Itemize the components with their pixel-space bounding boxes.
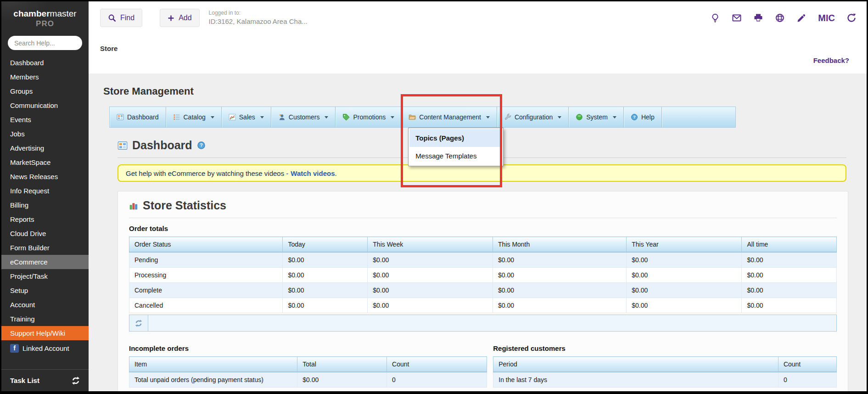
sales-chart-icon <box>229 113 236 121</box>
chevron-down-icon <box>613 116 616 118</box>
registered-customers-table: Period Count In the last 7 days 0 <box>493 356 837 388</box>
cell: $0.00 <box>627 283 742 298</box>
sidebar-item-support-help-wiki[interactable]: Support Help/Wiki <box>1 326 89 340</box>
menu-item-message-templates[interactable]: Message Templates <box>409 147 502 165</box>
registered-customers-block: Registered customers Period Count In the… <box>493 343 837 388</box>
chevron-down-icon <box>325 116 328 118</box>
search-help-input[interactable] <box>8 36 82 50</box>
column-header: Period <box>493 357 778 372</box>
add-label: Add <box>179 14 191 22</box>
tab-configuration[interactable]: Configuration <box>497 107 569 127</box>
cell: In the last 7 days <box>493 372 778 388</box>
table-row: Total unpaid orders (pending payment sta… <box>129 372 487 388</box>
sidebar-item-marketspace[interactable]: MarketSpace <box>1 155 89 169</box>
sidebar-item-info-request[interactable]: Info Request <box>1 184 89 198</box>
mic-initials[interactable]: MIC <box>818 13 835 23</box>
topbar: Find Add Logged in to: ID:3162, Kalamazo… <box>89 1 867 34</box>
sidebar-item-training[interactable]: Training <box>1 312 89 326</box>
sidebar-item-setup[interactable]: Setup <box>1 283 89 298</box>
cell: $0.00 <box>368 252 493 268</box>
cell: $0.00 <box>297 372 387 388</box>
sidebar-item-form-builder[interactable]: Form Builder <box>1 241 89 255</box>
lightbulb-icon[interactable] <box>710 13 720 23</box>
feedback-link[interactable]: Feedback? <box>813 56 849 64</box>
globe-icon[interactable] <box>775 13 785 23</box>
sidebar-item-billing[interactable]: Billing <box>1 198 89 212</box>
tab-dashboard[interactable]: Dashboard <box>110 107 166 127</box>
brand-pro-label: PRO <box>1 19 89 28</box>
tab-sales[interactable]: Sales <box>222 107 271 127</box>
menu-item-topics-pages[interactable]: Topics (Pages) <box>409 129 502 147</box>
sidebar-item-groups[interactable]: Groups <box>1 84 89 98</box>
folder-icon <box>409 113 416 121</box>
column-header: Item <box>129 357 297 372</box>
sidebar-item-account[interactable]: Account <box>1 298 89 312</box>
tab-content-management[interactable]: Content Management Topics (Pages) Messag… <box>402 107 497 127</box>
sidebar-item-ecommerce[interactable]: eCommerce <box>1 255 89 269</box>
sidebar-item-advertising[interactable]: Advertising <box>1 141 89 155</box>
sidebar-item-events[interactable]: Events <box>1 113 89 127</box>
sidebar-item-communication[interactable]: Communication <box>1 98 89 113</box>
cell: $0.00 <box>283 298 368 313</box>
brand-logo: chambermaster PRO <box>1 1 89 29</box>
sidebar-item-linked-account[interactable]: f Linked Account <box>1 340 89 356</box>
cell: Processing <box>129 268 283 283</box>
chevron-down-icon <box>391 116 394 118</box>
refresh-icon[interactable] <box>846 13 857 23</box>
sidebar-item-news-releases[interactable]: News Releases <box>1 169 89 184</box>
dashboard-grid-icon <box>118 141 128 151</box>
printer-icon[interactable] <box>753 13 763 23</box>
help-circle-icon[interactable]: ? <box>197 141 206 150</box>
dashboard-grid-icon <box>117 113 124 121</box>
customer-person-icon <box>278 113 286 121</box>
bar-chart-icon <box>129 201 138 210</box>
svg-text:?: ? <box>633 115 636 119</box>
section-title: Dashboard <box>132 139 192 152</box>
cell: $0.00 <box>368 298 493 313</box>
logged-in-block: Logged in to: ID:3162, Kalamazoo Area Ch… <box>209 10 308 26</box>
table-row: Pending $0.00 $0.00 $0.00 $0.00 $0.00 <box>129 252 837 268</box>
sidebar-item-dashboard[interactable]: Dashboard <box>1 56 89 70</box>
cell: Complete <box>129 283 283 298</box>
page-content: Store Management Dashboard <box>89 73 867 391</box>
sidebar-item-project-task[interactable]: Project/Task <box>1 269 89 283</box>
column-header: This Year <box>627 237 742 253</box>
task-list-bar: Task List <box>1 369 89 391</box>
column-header: Count <box>778 357 836 372</box>
chevron-down-icon <box>558 116 561 118</box>
registered-customers-label: Registered customers <box>493 344 837 352</box>
tab-customers[interactable]: Customers <box>271 107 336 127</box>
refresh-button[interactable] <box>129 315 148 331</box>
main-area: Find Add Logged in to: ID:3162, Kalamazo… <box>89 1 867 391</box>
add-button[interactable]: Add <box>160 9 199 27</box>
sidebar-item-members[interactable]: Members <box>1 70 89 84</box>
sidebar-item-cloud-drive[interactable]: Cloud Drive <box>1 226 89 241</box>
find-button[interactable]: Find <box>100 9 142 27</box>
tab-system[interactable]: System <box>569 107 624 127</box>
help-circle-icon: ? <box>631 113 638 121</box>
tab-help[interactable]: ? Help <box>624 107 662 127</box>
plus-icon <box>168 15 174 22</box>
sync-icon[interactable] <box>71 376 80 385</box>
cell: $0.00 <box>627 298 742 313</box>
cell: $0.00 <box>493 268 627 283</box>
cell: $0.00 <box>368 268 493 283</box>
sidebar-item-jobs[interactable]: Jobs <box>1 127 89 141</box>
brand-name: chambermaster <box>1 9 89 19</box>
brand-bold: chamber <box>13 9 50 18</box>
tab-catalog[interactable]: Catalog <box>166 107 222 127</box>
sidebar-item-reports[interactable]: Reports <box>1 212 89 226</box>
table-row: Cancelled $0.00 $0.00 $0.00 $0.00 $0.00 <box>129 298 837 313</box>
cell: $0.00 <box>283 283 368 298</box>
tab-label: Content Management <box>419 113 481 121</box>
table-header-row: Order Status Today This Week This Month … <box>129 237 837 253</box>
envelope-icon[interactable] <box>732 13 742 23</box>
cell: $0.00 <box>493 283 627 298</box>
content-management-dropdown: Topics (Pages) Message Templates <box>408 128 504 166</box>
incomplete-orders-block: Incomplete orders Item Total Count Total… <box>129 343 487 388</box>
pencil-icon[interactable] <box>796 13 806 23</box>
column-header: This Month <box>493 237 627 253</box>
tab-promotions[interactable]: Promotions <box>336 107 402 127</box>
cell: Pending <box>129 252 283 268</box>
watch-videos-link[interactable]: Watch videos <box>291 169 335 177</box>
